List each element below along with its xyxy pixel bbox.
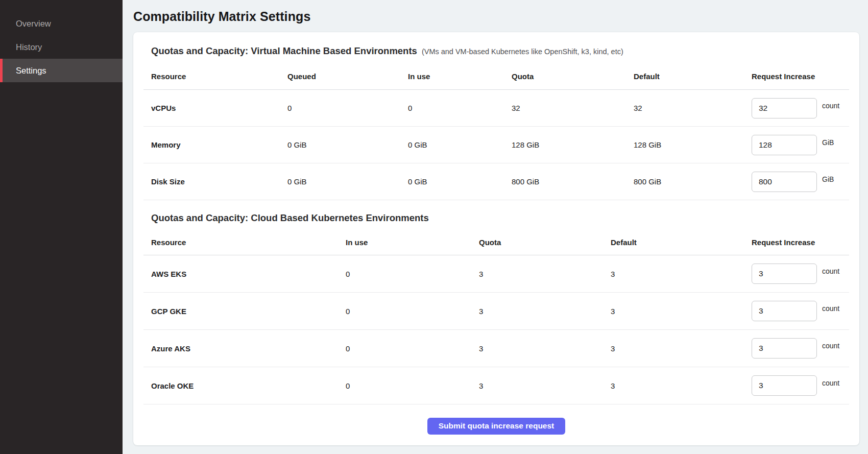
col-default: Default (634, 72, 752, 81)
quota-value: 3 (479, 307, 611, 316)
in-use-value: 0 (408, 104, 512, 112)
unit-label: GiB (822, 175, 834, 183)
quota-value: 32 (512, 104, 634, 112)
quota-value: 3 (479, 344, 611, 353)
vm-section-subtitle: (VMs and VM-based Kubernetes like OpenSh… (422, 47, 623, 56)
settings-card: Quotas and Capacity: Virtual Machine Bas… (133, 32, 859, 445)
quota-value: 128 GiB (512, 140, 634, 149)
unit-label: count (822, 304, 839, 313)
default-value: 800 GiB (634, 177, 752, 186)
unit-label: GiB (822, 138, 834, 147)
col-in-use: In use (346, 238, 479, 247)
submit-quota-increase-button[interactable]: Submit quota increase request (427, 418, 566, 435)
table-row-vcpus: vCPUs 0 0 32 32 count (143, 90, 849, 127)
gcp-gke-request-increase-input[interactable] (752, 301, 817, 321)
quota-value: 3 (479, 381, 611, 390)
resource-name: vCPUs (151, 104, 287, 112)
sidebar-item-label: Overview (16, 19, 51, 29)
table-row-aws-eks: AWS EKS 0 3 3 count (143, 255, 849, 293)
page-title: Compatibility Matrix Settings (133, 9, 859, 24)
default-value: 3 (611, 381, 752, 390)
sidebar-item-settings[interactable]: Settings (0, 59, 123, 82)
col-request-increase: Request Increase (752, 72, 849, 81)
sidebar-item-overview[interactable]: Overview (0, 12, 123, 35)
resource-name: Disk Size (151, 177, 287, 186)
memory-request-increase-input[interactable] (752, 135, 817, 155)
default-value: 3 (611, 270, 752, 278)
col-resource: Resource (151, 72, 287, 81)
vm-table-header: Resource Queued In use Quota Default Req… (143, 63, 849, 90)
sidebar: Overview History Settings (0, 0, 123, 454)
table-row-azure-aks: Azure AKS 0 3 3 count (143, 330, 849, 367)
default-value: 32 (634, 104, 752, 112)
unit-label: count (822, 342, 839, 350)
quota-value: 800 GiB (512, 177, 634, 186)
default-value: 3 (611, 344, 752, 353)
table-row-oracle-oke: Oracle OKE 0 3 3 count (143, 367, 849, 404)
in-use-value: 0 (346, 270, 479, 278)
queued-value: 0 GiB (287, 177, 408, 186)
col-resource: Resource (151, 238, 346, 247)
quota-value: 3 (479, 270, 611, 278)
in-use-value: 0 GiB (408, 140, 512, 149)
col-in-use: In use (408, 72, 512, 81)
aws-eks-request-increase-input[interactable] (752, 264, 817, 284)
table-row-disk-size: Disk Size 0 GiB 0 GiB 800 GiB 800 GiB Gi… (143, 163, 849, 200)
main-content: Compatibility Matrix Settings Quotas and… (123, 0, 868, 454)
azure-aks-request-increase-input[interactable] (752, 338, 817, 359)
in-use-value: 0 (346, 381, 479, 390)
default-value: 3 (611, 307, 752, 316)
queued-value: 0 (287, 104, 408, 112)
in-use-value: 0 GiB (408, 177, 512, 186)
col-quota: Quota (479, 238, 611, 247)
k8s-section-heading: Quotas and Capacity: Cloud Based Kuberne… (143, 200, 849, 224)
vm-section-heading: Quotas and Capacity: Virtual Machine Bas… (143, 32, 849, 57)
sidebar-item-label: History (16, 42, 42, 52)
resource-name: Memory (151, 140, 287, 149)
unit-label: count (822, 102, 839, 110)
resource-name: AWS EKS (151, 270, 346, 278)
resource-name: GCP GKE (151, 307, 346, 316)
table-row-gcp-gke: GCP GKE 0 3 3 count (143, 293, 849, 330)
k8s-section-title: Quotas and Capacity: Cloud Based Kuberne… (151, 212, 429, 224)
submit-button-row: Submit quota increase request (143, 404, 849, 445)
resource-name: Oracle OKE (151, 381, 346, 390)
queued-value: 0 GiB (287, 140, 408, 149)
default-value: 128 GiB (634, 140, 752, 149)
active-indicator-bar (0, 59, 3, 82)
col-quota: Quota (512, 72, 634, 81)
vm-quota-table: Resource Queued In use Quota Default Req… (143, 63, 849, 200)
vcpus-request-increase-input[interactable] (752, 98, 817, 118)
vm-section-title: Quotas and Capacity: Virtual Machine Bas… (151, 45, 417, 57)
in-use-value: 0 (346, 307, 479, 316)
in-use-value: 0 (346, 344, 479, 353)
unit-label: count (822, 379, 839, 387)
sidebar-item-label: Settings (16, 66, 46, 76)
sidebar-item-history[interactable]: History (0, 35, 123, 59)
col-queued: Queued (287, 72, 408, 81)
unit-label: count (822, 267, 839, 275)
resource-name: Azure AKS (151, 344, 346, 353)
k8s-quota-table: Resource In use Quota Default Request In… (143, 230, 849, 404)
col-default: Default (611, 238, 752, 247)
col-request-increase: Request Increase (752, 238, 849, 247)
k8s-table-header: Resource In use Quota Default Request In… (143, 230, 849, 255)
disk-size-request-increase-input[interactable] (752, 172, 817, 192)
table-row-memory: Memory 0 GiB 0 GiB 128 GiB 128 GiB GiB (143, 127, 849, 163)
oracle-oke-request-increase-input[interactable] (752, 375, 817, 396)
